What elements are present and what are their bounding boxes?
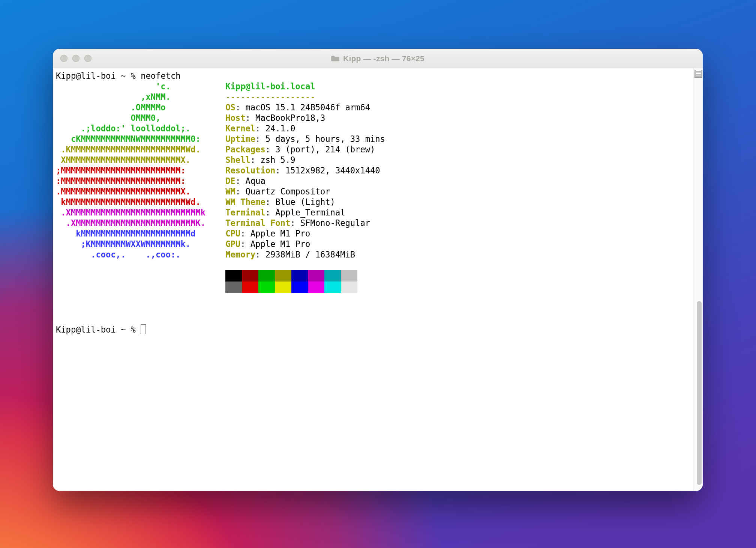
swatch: [341, 282, 357, 293]
scrollbar-track[interactable]: [693, 68, 703, 491]
swatch: [308, 270, 324, 282]
window-titlebar[interactable]: Kipp — -zsh — 76×25: [53, 49, 703, 69]
terminal-body: Kipp@lil-boi ~ % neofetch 'c. Kipp@lil-b…: [53, 68, 703, 491]
info-header: Kipp@lil-boi.local: [225, 81, 315, 91]
folder-icon: [331, 55, 339, 62]
window-controls: [60, 55, 92, 62]
prompt-line-1: Kipp@lil-boi ~ % neofetch: [56, 71, 181, 81]
terminal-viewport[interactable]: Kipp@lil-boi ~ % neofetch 'c. Kipp@lil-b…: [53, 68, 693, 491]
swatch: [341, 270, 357, 282]
swatch: [225, 282, 242, 293]
prompt-line-2[interactable]: Kipp@lil-boi ~ %: [56, 325, 146, 334]
zoom-button[interactable]: [84, 55, 92, 62]
swatch: [291, 270, 308, 282]
color-swatches: [225, 270, 357, 293]
swatch: [291, 282, 308, 293]
cursor-icon: [141, 324, 146, 334]
swatch: [275, 282, 291, 293]
swatch: [324, 282, 341, 293]
neofetch-output: 'c. Kipp@lil-boi.local ,xNMM. ----------…: [56, 81, 385, 280]
entered-command: neofetch: [141, 71, 180, 81]
swatch: [225, 270, 242, 282]
swatch: [258, 270, 275, 282]
swatch: [242, 270, 258, 282]
swatch: [242, 282, 258, 293]
close-button[interactable]: [60, 55, 68, 62]
window-title-text: Kipp — -zsh — 76×25: [343, 54, 424, 63]
minimize-button[interactable]: [72, 55, 80, 62]
window-title: Kipp — -zsh — 76×25: [331, 54, 424, 63]
terminal-window[interactable]: Kipp — -zsh — 76×25 Kipp@lil-boi ~ % neo…: [53, 49, 703, 491]
swatch: [308, 282, 324, 293]
swatch: [324, 270, 341, 282]
desktop-background: Kipp — -zsh — 76×25 Kipp@lil-boi ~ % neo…: [0, 0, 756, 548]
swatch: [275, 270, 291, 282]
scrollbar-thumb[interactable]: [697, 301, 702, 485]
swatch: [258, 282, 275, 293]
scroll-to-top-icon[interactable]: [694, 70, 702, 78]
